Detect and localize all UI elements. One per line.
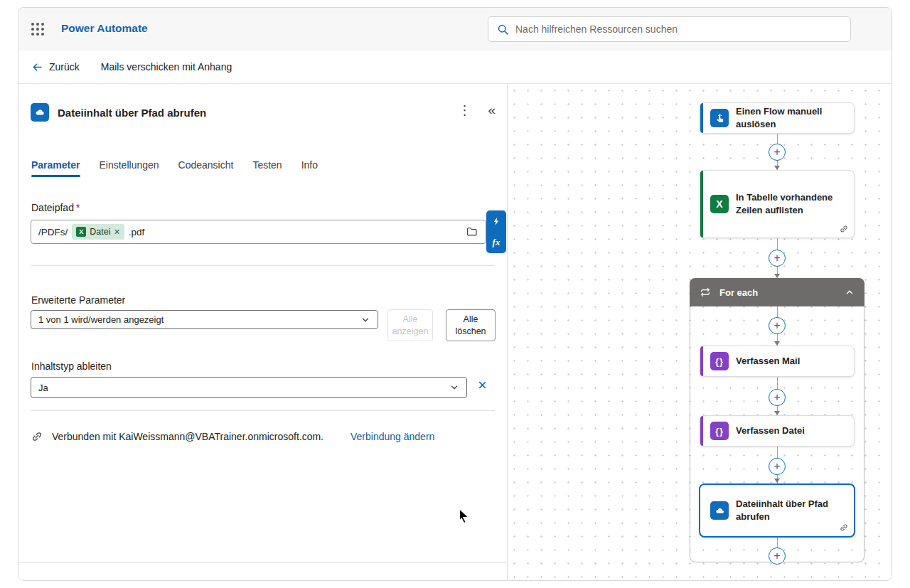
- search-box[interactable]: [488, 16, 851, 42]
- node-get-file-content[interactable]: Dateiinhalt über Pfad abrufen: [699, 483, 855, 538]
- search-input[interactable]: [515, 23, 842, 35]
- node-compose-mail[interactable]: {} Verfassen Mail: [700, 346, 855, 377]
- node-accent: [700, 103, 703, 133]
- expression-fx-button[interactable]: fx: [486, 232, 506, 253]
- divider: [18, 562, 507, 563]
- node-list-rows[interactable]: X In Tabelle vorhandene Zeilen auflisten: [700, 170, 855, 238]
- node-title: Verfassen Datei: [736, 424, 837, 437]
- top-bar: Power Automate: [18, 8, 892, 50]
- filepath-prefix: /PDFs/: [38, 227, 68, 237]
- infer-content-type-label: Inhaltstyp ableiten: [31, 360, 112, 372]
- panel-header: Dateiinhalt über Pfad abrufen: [31, 103, 206, 122]
- node-manual-trigger[interactable]: Einen Flow manuell auslösen: [700, 102, 855, 134]
- node-title: Dateiinhalt über Pfad abrufen: [736, 498, 837, 523]
- add-action-button[interactable]: +: [769, 250, 786, 267]
- panel-title: Dateiinhalt über Pfad abrufen: [58, 107, 206, 119]
- onedrive-icon: [31, 103, 49, 122]
- action-config-panel: Dateiinhalt über Pfad abrufen ⋮ « Parame…: [18, 84, 507, 580]
- search-icon: [497, 23, 509, 36]
- braces-glyph: {}: [715, 426, 724, 437]
- tab-einstellungen[interactable]: Einstellungen: [100, 159, 159, 177]
- more-options-icon[interactable]: ⋮: [458, 102, 471, 118]
- add-action-button[interactable]: +: [769, 389, 786, 406]
- token-label: Datei: [90, 227, 110, 237]
- waffle-menu-icon[interactable]: [31, 23, 44, 36]
- manual-trigger-icon: [710, 109, 729, 127]
- onedrive-icon: [710, 501, 729, 520]
- clear-value-icon[interactable]: ×: [478, 378, 487, 393]
- connection-row: Verbunden mit KaiWeissmann@VBATrainer.on…: [31, 430, 434, 443]
- app-title: Power Automate: [61, 22, 148, 35]
- connection-text: Verbunden mit KaiWeissmann@VBATrainer.on…: [52, 431, 323, 442]
- advanced-parameters-label: Erweiterte Parameter: [31, 294, 125, 306]
- clear-all-button[interactable]: Alle löschen: [446, 309, 496, 341]
- remove-token-icon[interactable]: ×: [114, 227, 119, 237]
- add-action-button[interactable]: +: [769, 458, 786, 475]
- node-title: Verfassen Mail: [736, 355, 837, 368]
- breadcrumb-flow-title: Mails verschicken mit Anhang: [101, 61, 232, 73]
- divider: [31, 410, 495, 411]
- file-picker-button[interactable]: [466, 225, 478, 238]
- panel-tabs: Parameter Einstellungen Codeansicht Test…: [31, 159, 318, 177]
- node-compose-file[interactable]: {} Verfassen Datei: [700, 415, 855, 447]
- filepath-suffix: .pdf: [129, 227, 145, 237]
- excel-icon: X: [76, 227, 86, 237]
- node-accent: [700, 346, 703, 376]
- back-label: Zurück: [49, 61, 80, 73]
- node-accent: [700, 171, 703, 237]
- divider: [31, 265, 495, 266]
- advanced-parameters-value: 1 von 1 wird/werden angezeigt: [38, 314, 164, 325]
- required-asterisk: *: [76, 202, 80, 213]
- node-title: In Tabelle vorhandene Zeilen auflisten: [736, 191, 837, 216]
- connection-badge-icon: [839, 224, 849, 234]
- collapse-scope-icon[interactable]: [845, 287, 855, 297]
- expression-toolbar: fx: [486, 210, 506, 253]
- excel-letter: X: [716, 198, 722, 210]
- tab-testen[interactable]: Testen: [252, 159, 282, 177]
- infer-content-type-dropdown[interactable]: Ja: [31, 377, 467, 398]
- change-connection-link[interactable]: Verbindung ändern: [350, 431, 434, 442]
- app-window: Power Automate Zurück Mails verschicken …: [18, 7, 892, 581]
- excel-icon: X: [710, 195, 729, 213]
- filepath-input[interactable]: /PDFs/ X Datei × .pdf: [31, 220, 486, 244]
- filepath-label: Dateipfad*: [31, 202, 80, 213]
- braces-glyph: {}: [715, 356, 724, 367]
- add-action-button[interactable]: +: [769, 144, 786, 161]
- node-accent: [700, 416, 703, 446]
- foreach-title: For each: [719, 287, 758, 298]
- loop-icon: [700, 287, 711, 298]
- infer-content-type-value: Ja: [38, 383, 48, 393]
- link-icon: [31, 430, 43, 443]
- node-title: Einen Flow manuell auslösen: [736, 105, 837, 130]
- show-all-button[interactable]: Alle anzeigen: [387, 309, 433, 341]
- collapse-panel-icon[interactable]: «: [488, 102, 496, 118]
- advanced-parameters-dropdown[interactable]: 1 von 1 wird/werden angezeigt: [31, 310, 378, 329]
- fx-icon: fx: [493, 237, 500, 248]
- back-button[interactable]: Zurück: [31, 61, 80, 73]
- compose-icon: {}: [710, 422, 729, 440]
- tab-info[interactable]: Info: [301, 159, 318, 177]
- foreach-node-header[interactable]: For each: [690, 278, 864, 306]
- breadcrumb-bar: Zurück Mails verschicken mit Anhang: [18, 50, 892, 84]
- lightning-icon: [492, 217, 501, 226]
- flow-canvas[interactable]: For each Einen Flow manuell auslösen X I…: [507, 84, 892, 580]
- add-action-button[interactable]: +: [769, 547, 786, 565]
- compose-icon: {}: [710, 352, 729, 370]
- dynamic-content-button[interactable]: [486, 210, 506, 232]
- tab-codeansicht[interactable]: Codeansicht: [178, 159, 234, 177]
- folder-icon: [466, 225, 478, 238]
- tab-parameter[interactable]: Parameter: [31, 159, 80, 177]
- back-arrow-icon: [31, 61, 43, 73]
- add-action-button[interactable]: +: [769, 317, 786, 334]
- dynamic-content-token[interactable]: X Datei ×: [72, 224, 124, 240]
- panel-tools: ⋮ «: [458, 102, 496, 118]
- chevron-down-icon: [449, 383, 459, 392]
- connection-badge-icon: [839, 523, 849, 533]
- chevron-down-icon: [360, 315, 370, 325]
- filepath-label-text: Dateipfad: [31, 202, 74, 213]
